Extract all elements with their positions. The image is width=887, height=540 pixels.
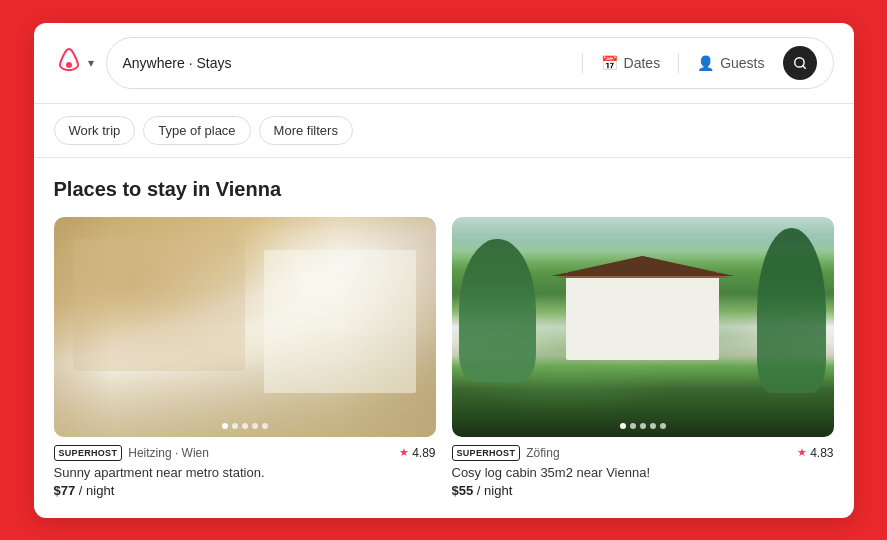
airbnb-logo-icon (54, 46, 84, 80)
superhost-badge-2: SUPERHOST (452, 445, 521, 461)
listing-info-2: SUPERHOST Zöfing ★ 4.83 Cosy log cabin 3… (452, 437, 834, 502)
filters-bar: Work trip Type of place More filters (34, 104, 854, 158)
listing-meta-left-2: SUPERHOST Zöfing (452, 445, 560, 461)
price-value-2: $55 (452, 483, 474, 498)
listing-card-1[interactable]: SUPERHOST Heitzing · Wien ★ 4.89 Sunny a… (54, 217, 436, 502)
star-icon-2: ★ (797, 446, 807, 459)
logo-area[interactable]: ▾ (54, 46, 94, 80)
rating-value-2: 4.83 (810, 446, 833, 460)
dot-2-3 (650, 423, 656, 429)
dot-indicators-2 (620, 423, 666, 429)
listing-meta-1: SUPERHOST Heitzing · Wien ★ 4.89 (54, 445, 436, 461)
listing-rating-1: ★ 4.89 (399, 446, 435, 460)
guests-label: Guests (720, 55, 764, 71)
header: ▾ Anywhere · Stays 📅 Dates 👤 Guests (34, 23, 854, 104)
dates-button[interactable]: 📅 Dates (593, 55, 669, 71)
dates-label: Dates (624, 55, 661, 71)
listing-location-2: Zöfing (526, 446, 559, 460)
page-title: Places to stay in Vienna (54, 178, 834, 201)
work-trip-filter[interactable]: Work trip (54, 116, 136, 145)
dot-indicators-1 (222, 423, 268, 429)
search-divider (582, 53, 583, 73)
rating-value-1: 4.89 (412, 446, 435, 460)
dot-1-3 (252, 423, 258, 429)
listing-image-wrapper-2 (452, 217, 834, 437)
dot-2-4 (660, 423, 666, 429)
listing-price-1: $77 / night (54, 483, 436, 498)
svg-point-0 (66, 62, 72, 68)
listing-info-1: SUPERHOST Heitzing · Wien ★ 4.89 Sunny a… (54, 437, 436, 502)
main-window: ▾ Anywhere · Stays 📅 Dates 👤 Guests (34, 23, 854, 518)
calendar-icon: 📅 (601, 55, 618, 71)
listing-image-cabin (452, 217, 834, 437)
per-night-1: / night (79, 483, 114, 498)
listing-image-apartment (54, 217, 436, 437)
dot-1-1 (232, 423, 238, 429)
superhost-badge-1: SUPERHOST (54, 445, 123, 461)
listing-meta-2: SUPERHOST Zöfing ★ 4.83 (452, 445, 834, 461)
guests-icon: 👤 (697, 55, 714, 71)
star-icon-1: ★ (399, 446, 409, 459)
search-bar[interactable]: Anywhere · Stays 📅 Dates 👤 Guests (106, 37, 834, 89)
per-night-2: / night (477, 483, 512, 498)
listing-rating-2: ★ 4.83 (797, 446, 833, 460)
dot-2-1 (630, 423, 636, 429)
price-value-1: $77 (54, 483, 76, 498)
type-of-place-filter[interactable]: Type of place (143, 116, 250, 145)
search-input-text: Anywhere · Stays (123, 55, 572, 71)
main-content: Places to stay in Vienna (34, 158, 854, 518)
listing-price-2: $55 / night (452, 483, 834, 498)
search-button[interactable] (783, 46, 817, 80)
search-divider-2 (678, 53, 679, 73)
dot-2-0 (620, 423, 626, 429)
listing-name-2: Cosy log cabin 35m2 near Vienna! (452, 465, 834, 480)
listings-grid: SUPERHOST Heitzing · Wien ★ 4.89 Sunny a… (54, 217, 834, 502)
listing-card-2[interactable]: SUPERHOST Zöfing ★ 4.83 Cosy log cabin 3… (452, 217, 834, 502)
listing-image-wrapper-1 (54, 217, 436, 437)
listing-location-1: Heitzing · Wien (128, 446, 209, 460)
logo-chevron-icon: ▾ (88, 56, 94, 70)
svg-line-2 (802, 65, 805, 68)
dot-1-4 (262, 423, 268, 429)
dot-1-0 (222, 423, 228, 429)
listing-meta-left-1: SUPERHOST Heitzing · Wien (54, 445, 209, 461)
guests-button[interactable]: 👤 Guests (689, 55, 772, 71)
listing-name-1: Sunny apartment near metro station. (54, 465, 436, 480)
more-filters-filter[interactable]: More filters (259, 116, 353, 145)
dot-2-2 (640, 423, 646, 429)
dot-1-2 (242, 423, 248, 429)
